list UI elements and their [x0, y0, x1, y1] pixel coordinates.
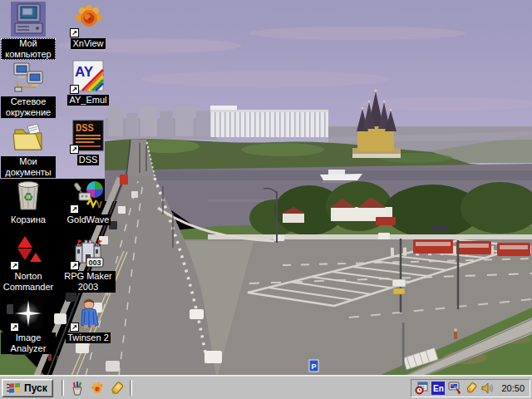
desktop-icon-label: DSS: [77, 155, 100, 165]
svg-text:P: P: [311, 362, 316, 371]
desktop-icon-label: Мои документы: [1, 156, 56, 178]
quicklaunch-xnview-button[interactable]: [88, 380, 106, 397]
shortcut-arrow-icon: ↗: [70, 323, 79, 332]
desktop: P: [0, 0, 532, 399]
taskbar-separator: [62, 380, 64, 396]
desktop-icon-recycle-bin[interactable]: ♻ Корзина: [0, 178, 57, 225]
desktop-icon-label: Сетевое окружение: [1, 96, 56, 118]
goldwave-icon: V ↗: [71, 178, 106, 213]
desktop-icon-network[interactable]: Сетевое окружение: [0, 60, 57, 118]
gold-brush-icon[interactable]: [465, 382, 478, 395]
quicklaunch-gold-brush-button[interactable]: [108, 380, 126, 397]
start-button[interactable]: Пуск: [2, 379, 53, 397]
shortcut-arrow-icon: ↗: [70, 28, 79, 37]
ay-emul-icon: AY ↗: [71, 58, 106, 93]
svg-text:♻: ♻: [23, 190, 34, 204]
scheduler-icon[interactable]: [415, 382, 428, 395]
svg-text:AY: AY: [75, 64, 94, 80]
desktop-icon-my-computer[interactable]: Мой компьютер: [0, 2, 57, 60]
shortcut-arrow-icon: ↗: [10, 261, 19, 270]
gold-brush-icon: [110, 381, 125, 396]
volume-icon[interactable]: [481, 382, 495, 395]
desktop-icon-rpg-maker[interactable]: 003 ↗ RPG Maker 2003: [60, 234, 116, 293]
desktop-icon-label: Мой компьютер: [1, 38, 56, 60]
desktop-icon-label: Image Analyzer: [1, 332, 56, 354]
desktop-icon-label: RPG Maker 2003: [61, 271, 116, 293]
start-button-label: Пуск: [24, 382, 47, 394]
recycle-bin-icon: ♻: [11, 178, 46, 213]
stadium: [210, 106, 328, 137]
desktop-icon-ay-emul[interactable]: AY ↗ AY_Emul: [60, 58, 116, 106]
network-icon: [11, 60, 46, 95]
desktop-icon-goldwave[interactable]: V ↗ GoldWave: [60, 178, 116, 225]
shortcut-arrow-icon: ↗: [70, 261, 79, 270]
taskbar-separator: [130, 380, 132, 396]
xnview-icon: ↗: [71, 2, 106, 37]
taskbar-clock[interactable]: 20:50: [498, 383, 525, 393]
desktop-icon-my-documents[interactable]: Мои документы: [0, 120, 57, 178]
image-analyzer-icon: ↗: [11, 296, 46, 331]
desktop-icon-label: Корзина: [9, 214, 47, 225]
taskbar: Пуск: [0, 376, 532, 399]
svg-text:003: 003: [88, 259, 101, 267]
shortcut-arrow-icon: ↗: [10, 323, 19, 332]
rpg-maker-icon: 003 ↗: [71, 234, 106, 269]
desktop-icon-image-analyzer[interactable]: ↗ Image Analyzer: [0, 296, 57, 354]
svg-text:V: V: [96, 200, 102, 209]
keyboard-layout-indicator[interactable]: En: [431, 382, 445, 395]
shortcut-arrow-icon: ↗: [70, 145, 79, 154]
shortcut-arrow-icon: ↗: [70, 204, 79, 214]
norton-commander-icon: ↗: [11, 234, 46, 269]
xnview-spiral-icon: [90, 381, 105, 396]
desktop-icon-label: XnView: [71, 38, 105, 49]
pen-cup-icon: [70, 381, 85, 396]
windows-logo-icon: [6, 382, 21, 395]
desktop-icon-label: Norton Commander: [1, 271, 56, 293]
parking-sign: P: [309, 360, 318, 372]
desktop-icon-label: Twinsen 2: [66, 332, 111, 343]
svg-text:DSS: DSS: [76, 123, 94, 135]
system-tray: En: [411, 379, 530, 397]
my-computer-icon: [11, 2, 46, 37]
desktop-icon-twinsen[interactable]: ↗ Twinsen 2: [60, 296, 116, 343]
desktop-icon-dss[interactable]: DSS ↗ DSS: [60, 118, 116, 165]
dss-icon: DSS ↗: [71, 118, 106, 153]
desktop-icon-label: GoldWave: [66, 214, 111, 225]
my-documents-icon: [11, 120, 46, 155]
desktop-icon-norton[interactable]: ↗ Norton Commander: [0, 234, 57, 293]
shortcut-arrow-icon: ↗: [70, 85, 79, 94]
desktop-icon-label: AY_Emul: [67, 95, 108, 106]
desktop-icon-xnview[interactable]: ↗ XnView: [60, 2, 116, 49]
twinsen-icon: ↗: [71, 296, 106, 331]
quicklaunch-pen-cup-button[interactable]: [68, 380, 86, 397]
display-settings-icon[interactable]: [448, 382, 461, 395]
